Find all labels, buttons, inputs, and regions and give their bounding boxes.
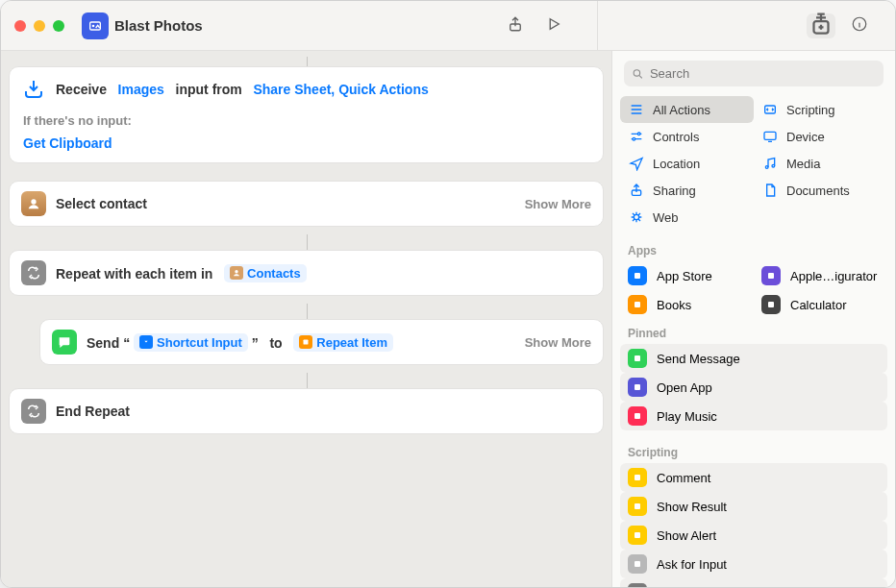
run-button[interactable] [545, 15, 562, 37]
app-label: Count [657, 586, 690, 588]
send-text: Send “ Shortcut Input ” to Repeat Item [87, 333, 393, 352]
app-label: Apple…igurator [790, 269, 877, 283]
app-icon [628, 378, 647, 397]
no-input-fallback-token[interactable]: Get Clipboard [23, 135, 112, 151]
category-scripting[interactable]: Scripting [754, 96, 887, 123]
scripting-item[interactable]: Show Result [620, 492, 887, 521]
category-sharing[interactable]: Sharing [620, 177, 754, 204]
app-label: Calculator [790, 298, 847, 312]
svg-point-5 [31, 199, 36, 204]
pinned-item[interactable]: Play Music [620, 402, 887, 430]
app-icon [761, 266, 781, 285]
titlebar: Blast Photos [1, 1, 895, 51]
action-library-button[interactable] [807, 13, 835, 38]
repeat-item-label: Repeat Item [316, 335, 387, 350]
app-label: Play Music [657, 409, 717, 424]
send-showmore[interactable]: Show More [525, 335, 591, 350]
category-media[interactable]: Media [754, 150, 887, 177]
repeat-variable-label: Contacts [247, 266, 301, 281]
svg-rect-27 [635, 561, 640, 567]
category-grid: All ActionsScriptingControlsDeviceLocati… [612, 92, 895, 236]
scripting-item[interactable]: Comment [620, 463, 887, 492]
category-controls[interactable]: Controls [620, 123, 754, 150]
app-label: Ask for Input [657, 557, 727, 572]
category-icon [628, 155, 645, 172]
pinned-section-label: Pinned [612, 319, 895, 344]
category-location[interactable]: Location [620, 150, 754, 177]
app-icon [628, 468, 647, 487]
apps-section-label: Apps [612, 236, 895, 261]
minimize-window-button[interactable] [34, 20, 45, 32]
pinned-item[interactable]: Open App [620, 373, 887, 402]
workflow-title: Blast Photos [114, 17, 203, 34]
app-label: App Store [657, 269, 712, 283]
search-field[interactable] [624, 61, 884, 86]
receive-middle: input from [176, 82, 242, 97]
svg-point-8 [634, 69, 639, 75]
scripting-list: CommentShow ResultShow AlertAsk for Inpu… [612, 463, 895, 587]
receive-type-token[interactable]: Images [118, 82, 164, 97]
category-label: Controls [653, 130, 699, 144]
svg-rect-20 [768, 302, 774, 307]
category-device[interactable]: Device [754, 123, 887, 150]
shortcut-app-icon [82, 12, 109, 39]
app-label: Comment [657, 471, 710, 485]
category-documents[interactable]: Documents [754, 177, 887, 204]
select-contact-showmore[interactable]: Show More [525, 197, 591, 211]
shortcut-editor-window: Blast Photos [0, 0, 896, 588]
close-window-button[interactable] [14, 20, 26, 32]
svg-point-1 [92, 24, 95, 27]
svg-point-13 [765, 166, 768, 169]
category-icon [628, 101, 645, 118]
app-icon [628, 349, 647, 368]
repeat-variable-pill[interactable]: Contacts [224, 264, 307, 282]
end-repeat-card[interactable]: End Repeat [9, 388, 604, 434]
svg-point-6 [235, 270, 237, 273]
repeat-icon [21, 260, 46, 285]
receive-sources-token[interactable]: Share Sheet, Quick Actions [253, 82, 428, 97]
app-icon [628, 554, 647, 574]
scripting-item[interactable]: Show Alert [620, 521, 887, 550]
category-label: Media [786, 157, 820, 171]
receive-input-card[interactable]: Receive Images input from Share Sheet, Q… [9, 66, 604, 163]
send-prefix: Send [87, 334, 119, 350]
repeat-text: Repeat with each item in Contacts [56, 264, 307, 282]
repeat-prefix: Repeat with each item in [56, 265, 212, 281]
svg-rect-7 [304, 340, 309, 345]
shortcut-input-label: Shortcut Input [157, 335, 242, 350]
select-contact-card[interactable]: Select contact Show More [9, 181, 604, 227]
app-icon [628, 406, 647, 426]
apps-item[interactable]: App Store [620, 261, 754, 290]
apps-item[interactable]: Books [620, 290, 754, 319]
category-icon [761, 128, 779, 145]
end-repeat-icon [21, 399, 46, 424]
category-all-actions[interactable]: All Actions [620, 96, 754, 123]
svg-rect-22 [635, 384, 640, 390]
scripting-item[interactable]: Count [620, 578, 887, 587]
share-button[interactable] [507, 15, 524, 37]
repeat-item-pill[interactable]: Repeat Item [293, 333, 393, 352]
category-label: Web [653, 210, 679, 225]
scripting-item[interactable]: Ask for Input [620, 550, 887, 578]
quote-close: ” [252, 334, 259, 350]
no-input-label: If there's no input: [10, 111, 603, 132]
info-button[interactable] [851, 15, 868, 37]
shortcut-input-pill[interactable]: Shortcut Input [134, 333, 248, 352]
zoom-window-button[interactable] [53, 20, 64, 32]
send-to: to [269, 334, 282, 350]
svg-point-16 [634, 214, 638, 219]
receive-prefix: Receive [56, 82, 107, 97]
pinned-item[interactable]: Send Message [620, 344, 887, 373]
app-icon [628, 526, 647, 545]
end-repeat-label: End Repeat [56, 404, 130, 419]
send-message-card[interactable]: Send “ Shortcut Input ” to Repeat Item [39, 319, 604, 365]
workflow-editor[interactable]: Receive Images input from Share Sheet, Q… [1, 51, 611, 587]
apps-item[interactable]: Apple…igurator [754, 261, 887, 290]
apps-list: App StoreApple…iguratorBooksCalculator [612, 261, 895, 319]
app-label: Show Alert [657, 528, 716, 543]
messages-icon [52, 330, 77, 355]
apps-item[interactable]: Calculator [754, 290, 887, 319]
repeat-card[interactable]: Repeat with each item in Contacts [9, 250, 604, 296]
search-input[interactable] [650, 66, 876, 81]
category-web[interactable]: Web [620, 204, 754, 231]
